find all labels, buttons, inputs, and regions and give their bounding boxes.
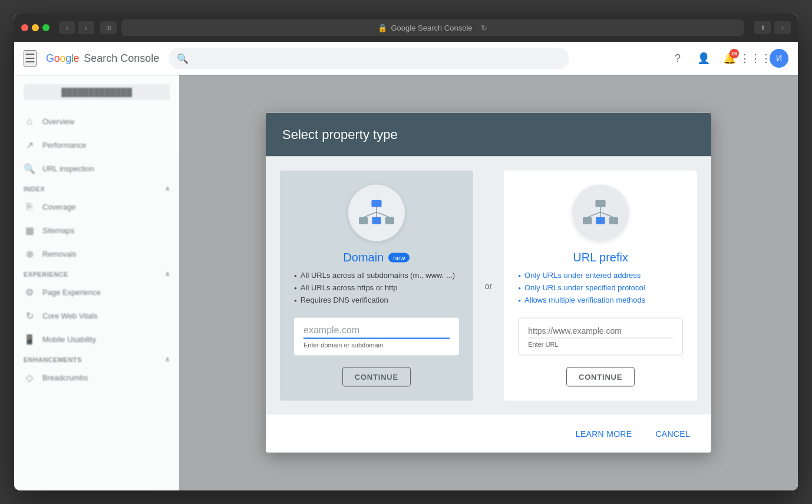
reload-icon: ↻ [481, 24, 487, 32]
domain-features: ● All URLs across all subdomains (m., ww… [294, 269, 459, 306]
hamburger-icon: ☰ [25, 51, 35, 65]
address-text: Google Search Console [391, 24, 472, 32]
home-icon: ⌂ [24, 116, 35, 127]
performance-icon: ↗ [24, 140, 35, 151]
add-tab-button[interactable]: + [774, 21, 791, 34]
search-bar[interactable]: 🔍 [169, 48, 569, 69]
removals-icon: ⊗ [24, 248, 35, 260]
new-badge: new [388, 253, 410, 262]
cancel-button[interactable]: CANCEL [648, 425, 697, 443]
forward-button[interactable]: › [78, 21, 94, 34]
url-prefix-input[interactable] [528, 326, 673, 339]
sidebar-item-label: Sitemaps [42, 226, 74, 235]
url-input-wrapper: Enter URL [518, 318, 683, 356]
sidebar-item-label: URL inspection [42, 164, 94, 173]
or-divider: or [473, 281, 504, 290]
apps-button[interactable]: ⋮⋮⋮ [744, 47, 767, 70]
sidebar-item-label: Removals [42, 250, 77, 258]
experience-section-header: Experience ∧ [14, 266, 179, 280]
url-prefix-feature-1: ● Only URLs under entered address [518, 269, 683, 281]
sidebar-item-label: Overview [42, 117, 74, 126]
select-property-dialog: Select property type [266, 113, 711, 453]
back-button[interactable]: ‹ [59, 21, 75, 34]
property-name[interactable]: █████████████ [24, 84, 170, 100]
address-bar[interactable]: 🔒 Google Search Console ↻ [121, 19, 744, 36]
url-prefix-card: URL prefix ● Only URLs under entered add… [504, 171, 697, 401]
account-button[interactable]: 👤 [692, 47, 715, 70]
share-button[interactable]: ⬆ [754, 21, 771, 34]
sidebar-item-mobile-usability[interactable]: 📱 Mobile Usability [14, 327, 174, 351]
header-actions: ? 👤 🔔 16 ⋮⋮⋮ И [666, 47, 788, 70]
browser-actions: ⬆ + [753, 21, 791, 34]
app-logo: Google Search Console [46, 52, 159, 65]
domain-card: Domain new ● All URLs across all subdoma… [280, 171, 473, 401]
app-content: ☰ Google Search Console 🔍 ? 👤 🔔 16 ⋮⋮⋮ И [14, 42, 798, 490]
sidebar-item-breadcrumbs[interactable]: ◇ Breadcrumbs [14, 366, 174, 389]
domain-continue-button[interactable]: CONTINUE [342, 367, 411, 387]
grid-view-button[interactable]: ⊞ [100, 21, 117, 34]
domain-feature-2: ● All URLs across https or http [294, 281, 459, 294]
domain-input-wrapper: Enter domain or subdomain [294, 318, 459, 356]
main-layout: █████████████ ⌂ Overview ↗ Performance 🔍… [14, 75, 798, 490]
menu-button[interactable]: ☰ [24, 50, 37, 67]
maximize-button[interactable] [42, 24, 49, 31]
notifications-button[interactable]: 🔔 16 [718, 47, 741, 70]
domain-input[interactable] [303, 325, 450, 339]
property-selector: █████████████ [14, 79, 179, 105]
url-prefix-input-area: Enter URL [518, 318, 683, 356]
sidebar-item-overview[interactable]: ⌂ Overview [14, 110, 174, 133]
domain-input-hint: Enter domain or subdomain [303, 341, 450, 349]
avatar[interactable]: И [770, 49, 788, 68]
url-inspection-icon: 🔍 [24, 163, 35, 174]
dialog-body: Domain new ● All URLs across all subdoma… [266, 157, 711, 415]
product-name: Search Console [84, 52, 159, 65]
sidebar-item-page-experience[interactable]: ⚙ Page Experience [14, 280, 174, 304]
index-section-header: Index ∧ [14, 180, 179, 195]
sidebar-item-label: Breadcrumbs [42, 373, 88, 382]
sidebar-item-core-web-vitals[interactable]: ↻ Core Web Vitals [14, 304, 174, 327]
url-prefix-type-title: URL prefix [573, 251, 628, 264]
notification-count: 16 [730, 49, 739, 58]
svg-line-2 [364, 212, 376, 217]
sidebar-item-label: Mobile Usability [42, 335, 96, 344]
svg-rect-13 [583, 217, 592, 224]
sidebar-item-coverage[interactable]: ⎘ Coverage [14, 195, 174, 218]
sidebar-item-label: Coverage [42, 203, 75, 211]
svg-rect-14 [596, 217, 605, 224]
dialog-title: Select property type [282, 127, 695, 142]
url-prefix-feature-2: ● Only URLs under specified protocol [518, 281, 683, 294]
svg-rect-8 [596, 200, 606, 207]
app-header: ☰ Google Search Console 🔍 ? 👤 🔔 16 ⋮⋮⋮ И [14, 42, 798, 75]
url-prefix-icon-circle [572, 185, 629, 241]
help-button[interactable]: ? [666, 47, 689, 70]
browser-window: ‹ › ⊞ 🔒 Google Search Console ↻ ⬆ + ☰ Go… [14, 14, 798, 490]
enhancements-section-header: Enhancements ∧ [14, 351, 179, 366]
google-logo-text: Google [46, 52, 79, 65]
lock-icon: 🔒 [378, 24, 387, 32]
sidebar-item-performance[interactable]: ↗ Performance [14, 133, 174, 157]
close-button[interactable] [21, 24, 28, 31]
domain-input-area: Enter domain or subdomain [294, 318, 459, 356]
domain-feature-1: ● All URLs across all subdomains (m., ww… [294, 269, 459, 281]
dialog-header: Select property type [266, 113, 711, 157]
property-cards: Domain new ● All URLs across all subdoma… [280, 171, 697, 401]
sidebar-item-removals[interactable]: ⊗ Removals [14, 242, 174, 266]
search-icon: 🔍 [177, 53, 189, 64]
core-web-vitals-icon: ↻ [24, 310, 35, 321]
minimize-button[interactable] [32, 24, 39, 31]
mobile-usability-icon: 📱 [24, 334, 35, 345]
url-prefix-features: ● Only URLs under entered address ● Only… [518, 269, 683, 306]
learn-more-button[interactable]: LEARN MORE [569, 425, 639, 443]
dialog-footer: LEARN MORE CANCEL [266, 415, 711, 453]
sidebar-item-url-inspection[interactable]: 🔍 URL inspection [14, 157, 174, 180]
svg-line-12 [600, 212, 613, 217]
nav-buttons: ‹ › [59, 21, 94, 34]
sidebar-item-label: Page Experience [42, 288, 101, 297]
sidebar-item-label: Core Web Vitals [42, 311, 97, 320]
svg-line-4 [377, 212, 389, 217]
traffic-lights [21, 24, 49, 31]
domain-type-title: Domain new [343, 251, 410, 264]
sidebar-item-sitemaps[interactable]: ▦ Sitemaps [14, 218, 174, 242]
sitemaps-icon: ▦ [24, 225, 35, 236]
url-prefix-continue-button[interactable]: CONTINUE [566, 367, 635, 387]
